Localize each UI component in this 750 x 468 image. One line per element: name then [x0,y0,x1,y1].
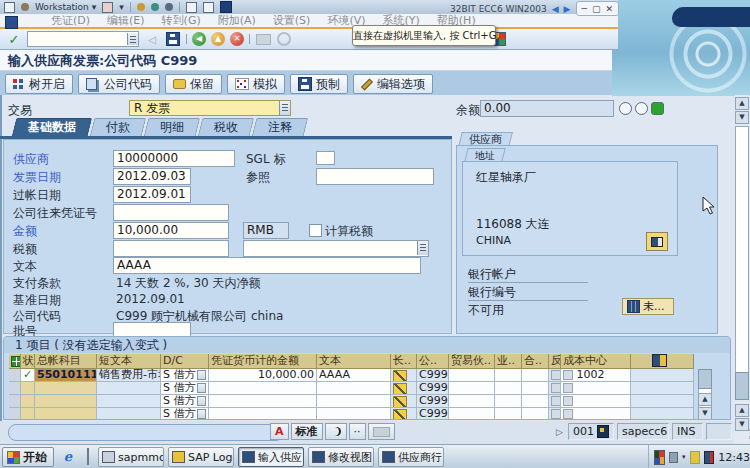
menu-item-编辑[interactable]: 编辑(E) [107,13,145,28]
company-code-button[interactable]: 公司代码 [78,74,160,94]
vm-window-icon[interactable] [4,2,15,13]
find-icon[interactable] [277,32,291,46]
transaction-dropdown-icon[interactable] [279,101,290,115]
long-text-icon[interactable] [393,409,407,420]
trading-partner-cell[interactable] [449,382,495,395]
text-field[interactable]: AAAA [113,257,421,274]
night-mode-button[interactable] [325,423,347,440]
column-header-7[interactable]: 长.. [391,354,417,369]
currency-field[interactable]: RMB [243,222,289,239]
status-expand-icon[interactable]: ▷ [556,427,563,437]
collapse-icon[interactable]: ◁ [144,31,160,47]
vm-fullscreen-icon[interactable] [203,2,214,13]
amount-cell[interactable] [209,395,317,408]
vm-close-button[interactable]: ✕ [605,4,613,14]
column-header-9[interactable]: 贸易伙.. [449,354,495,369]
cross-cc-field[interactable] [113,204,229,221]
reversal-cell[interactable] [549,408,561,420]
vm-workstation-menu[interactable]: Workstation ▾ [35,2,96,12]
posting-date-field[interactable]: 2012.09.01 [113,186,191,203]
scroll-down-icon[interactable]: ▼ [735,111,749,124]
tray-folder-icon[interactable] [690,451,700,464]
tray-display-icon[interactable] [669,452,678,463]
vm-dropdown-arrow-icon[interactable]: ▾ [119,2,124,12]
column-header-6[interactable]: 文本 [317,354,391,369]
column-header-3[interactable]: 短文本 [97,354,161,369]
vm-snapshot-icon[interactable] [186,2,197,13]
vm-minimize-button[interactable]: ─ [582,4,587,14]
trading-partner-cell[interactable] [449,408,495,420]
long-text-icon[interactable] [393,383,407,395]
long-text-cell[interactable] [391,408,417,420]
cost-center-cell[interactable] [561,395,631,408]
task-button-5[interactable]: 供应商行... [378,447,444,467]
menu-item-凭证[interactable]: 凭证(D) [51,13,90,28]
item-text-cell[interactable] [317,395,391,408]
column-header-2[interactable]: 总帐科目 [35,354,97,369]
dc-dropdown-icon[interactable] [197,370,206,380]
scroll-up-icon[interactable]: ▲ [735,97,749,110]
menu-item-附加[interactable]: 附加(A) [218,13,256,28]
long-text-cell[interactable] [391,395,417,408]
tray-expand-icon[interactable]: ▾ [682,453,686,461]
keyboard-button[interactable] [368,423,395,440]
window-scrollbar[interactable]: ▲ ▼ ▲ ▼ [735,95,749,444]
address-detail-button[interactable] [646,232,668,251]
column-header-1[interactable]: 状.. [21,354,35,369]
consolidation-cell[interactable] [522,382,549,395]
start-button[interactable]: 开始 [2,447,54,467]
tab-注释[interactable]: 注释 [252,118,308,136]
debit-credit-cell[interactable]: S 借方 [161,408,209,420]
table-scrollbar[interactable]: ▲ ▼ [698,369,712,420]
row-select-cell[interactable] [9,395,21,408]
long-text-cell[interactable] [391,382,417,395]
trading-partner-cell[interactable] [449,395,495,408]
row-select-cell[interactable] [9,369,21,382]
reversal-checkbox[interactable] [551,409,561,419]
enter-check-icon[interactable]: ✓ [6,31,22,47]
long-text-icon[interactable] [393,396,407,408]
tray-monitor-icon[interactable] [704,451,714,464]
task-button-2[interactable]: SAP Logon... [168,447,234,467]
column-header-8[interactable]: 公.. [417,354,449,369]
debit-credit-cell[interactable]: S 借方 [161,369,209,382]
exit-icon[interactable]: ▲ [211,32,225,46]
transaction-select[interactable]: R 发票 [129,100,291,116]
vm-reset-icon[interactable] [165,3,173,11]
menu-item-设置[interactable]: 设置(S) [273,13,311,28]
task-button-3[interactable]: 输入供应... [238,447,304,467]
tray-app-icon[interactable] [654,450,665,465]
session-cell[interactable]: 001 [568,423,614,440]
vm-pin-icon[interactable] [21,3,29,11]
table-scroll-up-icon[interactable]: ▲ [698,393,712,406]
show-desktop-icon[interactable] [80,449,96,465]
tab-基础数据[interactable]: 基础数据 [12,118,92,136]
dc-dropdown-icon[interactable] [197,409,206,419]
sap-system-icon[interactable] [5,16,18,29]
dots-button[interactable]: ·· [349,423,366,440]
command-field[interactable] [27,31,139,47]
tree-on-button[interactable]: 树开启 [5,74,73,94]
item-text-cell[interactable] [317,408,391,420]
vm-next-arrow-icon[interactable]: ▶ [564,4,571,14]
column-header-13[interactable]: 成本中心 [561,354,631,369]
consolidation-cell[interactable] [522,395,549,408]
dc-dropdown-icon[interactable] [197,383,206,393]
back-icon[interactable]: ◀ [192,32,206,46]
cost-center-cell[interactable] [561,408,631,420]
reversal-checkbox[interactable] [551,370,561,380]
gl-account-cell[interactable] [35,395,97,408]
vm-power-icon[interactable] [137,3,145,11]
tab-付款[interactable]: 付款 [90,118,146,136]
vm-maximize-button[interactable]: ▢ [592,4,601,14]
consolidation-cell[interactable] [522,408,549,420]
reversal-checkbox[interactable] [551,383,561,393]
vm-prev-arrow-icon[interactable]: ◀ [552,4,559,14]
invoice-date-field[interactable]: 2012.09.03 [113,168,191,185]
column-header-5[interactable]: 凭证货币计的金额 [209,354,317,369]
task-button-1[interactable]: sapmmc - ... [98,447,164,467]
row-select-cell[interactable] [9,408,21,420]
ie-icon[interactable]: e [60,449,76,465]
business-area-cell[interactable] [495,369,522,382]
cost-center-cell[interactable] [561,382,631,395]
